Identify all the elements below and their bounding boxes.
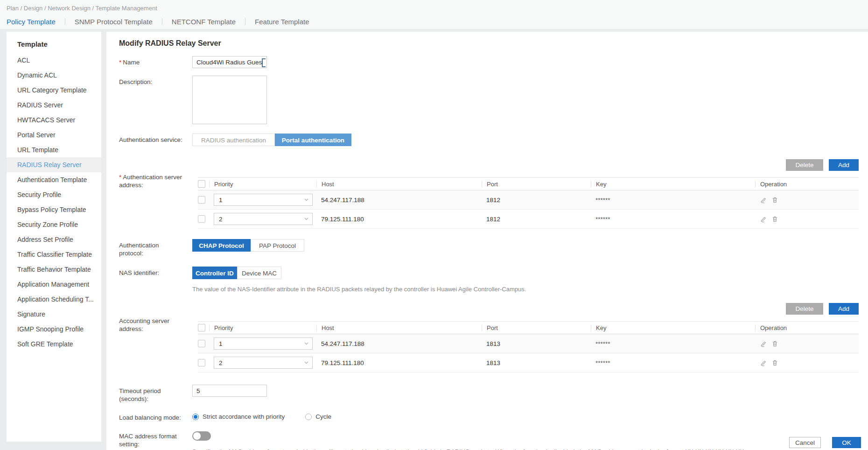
row-checkbox[interactable] — [198, 359, 205, 366]
device-mac-button[interactable]: Device MAC — [237, 267, 281, 279]
controller-id-button[interactable]: Controller ID — [192, 267, 237, 279]
chevron-down-icon — [304, 198, 308, 201]
text-cursor-icon — [262, 58, 266, 67]
strict-priority-radio-label: Strict accordance with priority — [203, 413, 285, 420]
description-textarea[interactable] — [192, 76, 267, 124]
auth-server-add-button[interactable]: Add — [829, 159, 859, 171]
priority-select[interactable]: 2 — [214, 213, 313, 225]
port-cell: 1812 — [482, 216, 591, 223]
auth-server-actions: Delete Add — [192, 159, 859, 171]
key-cell: ****** — [591, 359, 755, 366]
ok-button[interactable]: OK — [832, 437, 861, 448]
sidebar-item-dynamic-acl[interactable]: Dynamic ACL — [7, 68, 101, 83]
key-cell: ****** — [591, 340, 755, 347]
portal-authentication-button[interactable]: Portal authentication — [275, 134, 351, 146]
sidebar-item-acl[interactable]: ACL — [7, 53, 101, 68]
tab-snmp-protocol-template[interactable]: SNMP Protocol Template — [65, 18, 162, 26]
cycle-radio-label: Cycle — [315, 413, 331, 420]
auth-protocol-label: Authentication protocol: — [119, 239, 192, 257]
name-label: *Name — [119, 56, 192, 66]
sidebar-item-radius-server[interactable]: RADIUS Server — [7, 98, 101, 112]
auth-server-delete-button[interactable]: Delete — [786, 159, 823, 171]
table-row: 2 79.125.111.180 1813 ****** — [198, 353, 859, 373]
required-marker: * — [119, 174, 121, 181]
mac-format-toggle[interactable] — [192, 431, 211, 441]
sidebar-item-security-profile[interactable]: Security Profile — [7, 187, 101, 202]
priority-select[interactable]: 1 — [214, 194, 313, 206]
edit-icon[interactable] — [760, 216, 767, 223]
delete-icon[interactable] — [771, 216, 778, 223]
delete-icon[interactable] — [771, 197, 778, 204]
key-cell: ****** — [591, 216, 755, 223]
delete-icon[interactable] — [771, 359, 778, 366]
tab-feature-template[interactable]: Feature Template — [245, 18, 318, 26]
sidebar-item-portal-server[interactable]: Portal Server — [7, 127, 101, 142]
chap-protocol-button[interactable]: CHAP Protocol — [192, 239, 251, 252]
table-row: 1 54.247.117.188 1812 ****** — [198, 190, 859, 210]
page-title: Modify RADIUS Relay Server — [119, 39, 859, 48]
tab-bar: Policy Template SNMP Protocol Template N… — [7, 18, 868, 26]
template-sidebar: Template ACL Dynamic ACL URL Category Te… — [7, 32, 101, 442]
load-balancing-label: Load balancing mode: — [119, 412, 192, 422]
timeout-input[interactable] — [192, 385, 267, 397]
edit-icon[interactable] — [760, 340, 767, 347]
strict-priority-radio[interactable] — [192, 414, 199, 420]
name-input[interactable] — [192, 56, 267, 68]
table-row: 1 54.247.117.188 1813 ****** — [198, 334, 859, 353]
row-checkbox[interactable] — [198, 196, 205, 204]
chevron-down-icon — [304, 342, 308, 345]
chevron-down-icon — [304, 361, 308, 364]
cycle-radio[interactable] — [305, 414, 312, 420]
sidebar-item-soft-gre-template[interactable]: Soft GRE Template — [7, 337, 101, 352]
sidebar-item-authentication-template[interactable]: Authentication Template — [7, 172, 101, 187]
pap-protocol-button[interactable]: PAP Protocol — [251, 239, 304, 252]
chevron-down-icon — [304, 218, 308, 220]
select-all-checkbox[interactable] — [198, 324, 205, 331]
sidebar-item-application-scheduling[interactable]: Application Scheduling T... — [7, 292, 101, 307]
sidebar-item-traffic-classifier-template[interactable]: Traffic Classifier Template — [7, 247, 101, 262]
sidebar-item-igmp-snooping-profile[interactable]: IGMP Snooping Profile — [7, 322, 101, 337]
sidebar-item-url-category-template[interactable]: URL Category Template — [7, 83, 101, 98]
tab-policy-template[interactable]: Policy Template — [7, 18, 65, 26]
sidebar-heading: Template — [7, 37, 101, 53]
nas-identifier-label: NAS identifier: — [119, 267, 192, 277]
priority-select[interactable]: 1 — [214, 338, 313, 350]
tab-netconf-template[interactable]: NETCONF Template — [162, 18, 245, 26]
accounting-server-add-button[interactable]: Add — [829, 303, 859, 315]
accounting-server-section: Accounting server address: Delete Add Pr… — [119, 303, 859, 373]
edit-icon[interactable] — [760, 359, 767, 366]
cancel-button[interactable]: Cancel — [789, 437, 821, 448]
delete-icon[interactable] — [771, 340, 778, 347]
modify-radius-relay-server-panel: Modify RADIUS Relay Server *Name Descrip… — [106, 32, 868, 450]
column-header-priority: Priority — [209, 324, 316, 331]
mac-format-row: MAC address format setting: Specifies th… — [119, 430, 859, 450]
priority-select[interactable]: 2 — [214, 357, 313, 369]
sidebar-item-bypass-policy-template[interactable]: Bypass Policy Template — [7, 202, 101, 217]
sidebar-item-security-zone-profile[interactable]: Security Zone Profile — [7, 217, 101, 232]
nas-identifier-note: The value of the NAS-Identifier attribut… — [192, 286, 859, 293]
edit-icon[interactable] — [760, 197, 767, 204]
sidebar-item-application-management[interactable]: Application Management — [7, 277, 101, 292]
sidebar-item-address-set-profile[interactable]: Address Set Profile — [7, 232, 101, 247]
table-row: 2 79.125.111.180 1812 ****** — [198, 210, 859, 229]
sidebar-item-radius-relay-server[interactable]: RADIUS Relay Server — [7, 157, 101, 172]
radius-authentication-button[interactable]: RADIUS authentication — [192, 134, 275, 146]
row-checkbox[interactable] — [198, 215, 205, 223]
auth-server-label: *Authentication server address: — [119, 159, 192, 189]
host-cell: 79.125.111.180 — [316, 216, 482, 223]
row-checkbox[interactable] — [198, 340, 205, 347]
description-label: Description: — [119, 76, 192, 86]
host-cell: 54.247.117.188 — [316, 340, 482, 347]
auth-server-table: Priority Host Port Key Operation 1 — [198, 177, 859, 229]
sidebar-item-url-template[interactable]: URL Template — [7, 142, 101, 157]
sidebar-item-signature[interactable]: Signature — [7, 307, 101, 322]
column-header-host: Host — [316, 324, 482, 331]
load-balancing-row: Load balancing mode: Strict accordance w… — [119, 412, 859, 422]
sidebar-item-hwtacacs-server[interactable]: HWTACACS Server — [7, 112, 101, 127]
key-cell: ****** — [591, 197, 755, 204]
accounting-server-delete-button[interactable]: Delete — [786, 303, 823, 315]
accounting-server-actions: Delete Add — [192, 303, 859, 315]
sidebar-item-traffic-behavior-template[interactable]: Traffic Behavior Template — [7, 262, 101, 277]
timeout-row: Timeout period (seconds): — [119, 385, 859, 403]
select-all-checkbox[interactable] — [198, 180, 205, 188]
